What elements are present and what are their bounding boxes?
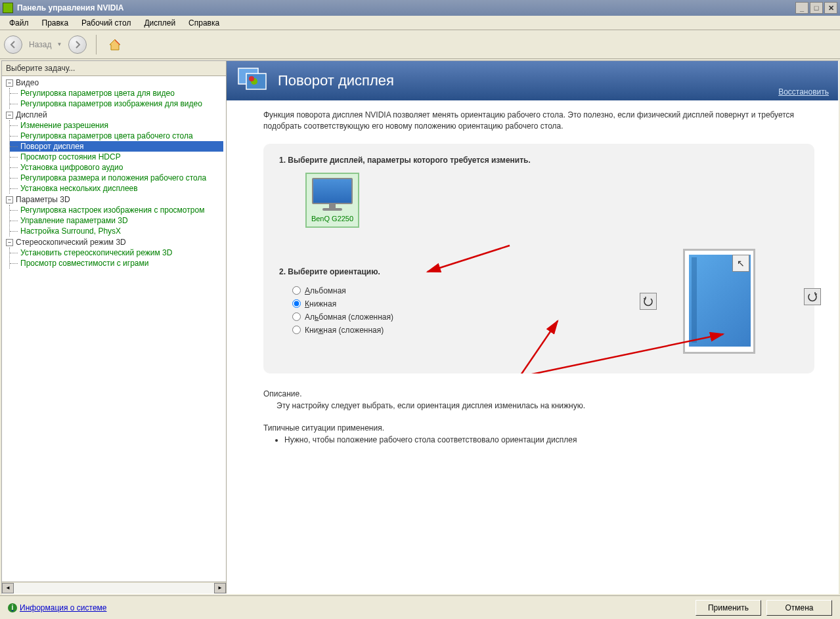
- cancel-button[interactable]: Отмена: [766, 600, 832, 616]
- intro-text: Функция поворота дисплея NVIDIA позволяе…: [263, 110, 814, 132]
- arrow-right-icon: [74, 41, 81, 49]
- step1-label: 1. Выберите дисплей, параметры которого …: [279, 156, 799, 165]
- page-header: Поворот дисплея Восстановить: [227, 61, 838, 100]
- tree-section-header[interactable]: −Стереоскопический режим 3D: [5, 237, 223, 247]
- footer-bar: i Информация о системе Применить Отмена: [0, 595, 840, 619]
- menu-display[interactable]: Дисплей: [137, 16, 182, 30]
- typical-heading: Типичные ситуации применения.: [263, 423, 814, 433]
- tree-item[interactable]: Установить стереоскопический режим 3D: [10, 247, 223, 258]
- settings-panel: 1. Выберите дисплей, параметры которого …: [263, 144, 814, 374]
- minimize-button[interactable]: _: [795, 2, 808, 14]
- display-selector[interactable]: BenQ G2250: [305, 173, 359, 228]
- tree-item[interactable]: Регулировка параметров цвета для видео: [10, 88, 223, 98]
- tree-item[interactable]: Изменение разрешения: [10, 120, 223, 131]
- tree-item[interactable]: Регулировка настроек изображения с просм…: [10, 205, 223, 215]
- page-body: Функция поворота дисплея NVIDIA позволяе…: [227, 100, 838, 593]
- svg-point-3: [249, 76, 254, 81]
- info-icon: i: [8, 603, 17, 612]
- arrow-left-icon: [9, 41, 17, 49]
- scroll-track[interactable]: [14, 583, 214, 593]
- orientation-label: Книжная: [305, 299, 336, 309]
- tree-section-header[interactable]: −Параметры 3D: [5, 194, 223, 205]
- nav-toolbar: Назад ▼: [0, 30, 840, 59]
- orientation-label: Книжная (сложенная): [305, 326, 384, 335]
- system-info-link[interactable]: i Информация о системе: [8, 603, 106, 612]
- forward-button[interactable]: [68, 35, 87, 54]
- menu-file[interactable]: Файл: [3, 16, 35, 30]
- menu-help[interactable]: Справка: [182, 16, 226, 30]
- tree-section-title: Параметры 3D: [16, 195, 70, 204]
- display-name-label: BenQ G2250: [311, 215, 354, 223]
- tree-item[interactable]: Регулировка параметров цвета рабочего ст…: [10, 131, 223, 141]
- tree-collapse-icon[interactable]: −: [6, 79, 13, 87]
- scroll-right-button[interactable]: ►: [214, 583, 226, 593]
- apply-button[interactable]: Применить: [696, 600, 761, 616]
- close-button[interactable]: ✕: [824, 2, 837, 14]
- home-button[interactable]: [106, 35, 124, 54]
- menu-edit[interactable]: Правка: [35, 16, 76, 30]
- typical-item: Нужно, чтобы положение рабочего стола со…: [284, 435, 814, 444]
- sidebar-header: Выберите задачу...: [2, 61, 226, 76]
- rotate-cw-icon: [807, 291, 818, 302]
- rotate-indicator-icon: ↖: [732, 255, 749, 272]
- tree-item[interactable]: Настройка Surround, PhysX: [10, 226, 223, 236]
- tree-section-header[interactable]: −Дисплей: [5, 110, 223, 120]
- tree-item[interactable]: Поворот дисплея: [10, 141, 223, 152]
- rotate-cw-button[interactable]: [804, 288, 821, 305]
- nvidia-app-icon: [3, 3, 13, 13]
- tree-item[interactable]: Установка нескольких дисплеев: [10, 183, 223, 194]
- preview-monitor: ↖: [683, 249, 755, 354]
- tree-item[interactable]: Управление параметрами 3D: [10, 215, 223, 226]
- toolbar-separator: [96, 35, 97, 54]
- tree-item[interactable]: Регулировка размера и положения рабочего…: [10, 173, 223, 183]
- system-info-label: Информация о системе: [20, 603, 106, 612]
- maximize-button[interactable]: □: [810, 2, 823, 14]
- description-heading: Описание.: [263, 389, 814, 398]
- orientation-label: Альбомная (сложенная): [305, 312, 393, 322]
- menu-desktop[interactable]: Рабочий стол: [75, 16, 137, 30]
- restore-defaults-link[interactable]: Восстановить: [778, 87, 829, 96]
- orientation-label: Альбомная: [305, 286, 346, 295]
- tree-section-title: Видео: [16, 78, 39, 87]
- tree-item[interactable]: Просмотр состояния HDCP: [10, 152, 223, 162]
- tree-collapse-icon[interactable]: −: [6, 239, 13, 246]
- orientation-radio[interactable]: [292, 299, 301, 308]
- orientation-radio[interactable]: [292, 326, 301, 334]
- rotate-ccw-button[interactable]: [640, 293, 657, 310]
- description-text: Эту настройку следует выбрать, если орие…: [276, 401, 814, 410]
- back-label: Назад: [29, 40, 51, 49]
- main-panel: Поворот дисплея Восстановить Функция пов…: [227, 61, 838, 593]
- monitor-icon: [311, 178, 354, 212]
- page-title: Поворот дисплея: [278, 72, 394, 89]
- home-icon: [107, 37, 123, 53]
- orientation-radio[interactable]: [292, 286, 301, 295]
- menubar: Файл Правка Рабочий стол Дисплей Справка: [0, 16, 840, 30]
- rotation-preview: ↖: [640, 249, 755, 354]
- window-title: Панель управления NVIDIA: [17, 3, 795, 12]
- sidebar-horizontal-scrollbar[interactable]: ◄ ►: [2, 582, 226, 593]
- tree-item[interactable]: Просмотр совместимости с играми: [10, 258, 223, 268]
- task-tree[interactable]: −ВидеоРегулировка параметров цвета для в…: [2, 76, 226, 582]
- tree-collapse-icon[interactable]: −: [6, 196, 13, 203]
- rotate-display-header-icon: [237, 67, 269, 95]
- tree-section-header[interactable]: −Видео: [5, 77, 223, 88]
- tree-item[interactable]: Установка цифрового аудио: [10, 162, 223, 173]
- task-sidebar: Выберите задачу... −ВидеоРегулировка пар…: [2, 61, 227, 593]
- tree-item[interactable]: Регулировка параметров изображения для в…: [10, 98, 223, 109]
- scroll-left-button[interactable]: ◄: [2, 583, 14, 593]
- window-titlebar: Панель управления NVIDIA _ □ ✕: [0, 0, 840, 16]
- tree-section-title: Стереоскопический режим 3D: [16, 238, 126, 247]
- orientation-radio[interactable]: [292, 312, 301, 321]
- back-dropdown-icon[interactable]: ▼: [56, 41, 62, 47]
- typical-usage-list: Нужно, чтобы положение рабочего стола со…: [276, 435, 814, 444]
- tree-section-title: Дисплей: [16, 110, 47, 119]
- tree-collapse-icon[interactable]: −: [6, 112, 13, 119]
- rotate-ccw-icon: [643, 296, 653, 307]
- back-button[interactable]: [4, 35, 22, 54]
